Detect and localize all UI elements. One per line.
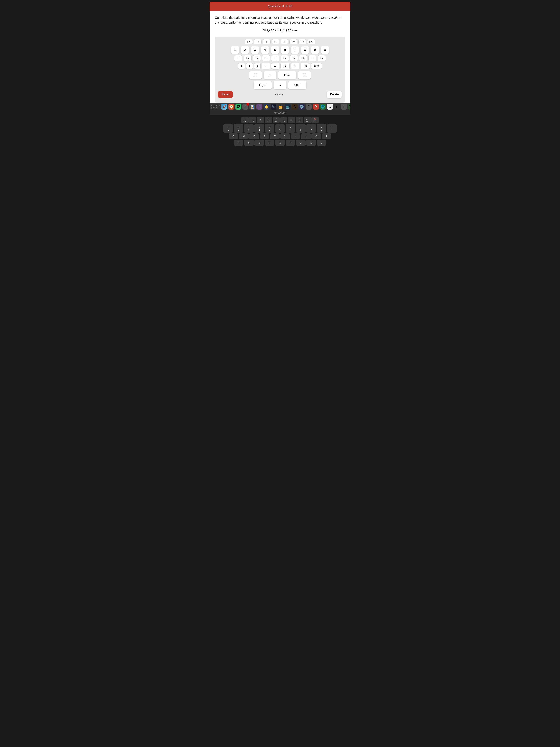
dock-p-icon[interactable]: P [313,104,319,110]
key-l[interactable]: L [317,140,326,146]
dock-w-icon[interactable]: W [348,104,350,110]
hydronium-btn[interactable]: H3O+ [254,81,272,89]
sub-3-btn[interactable]: □3 [253,55,261,61]
charge-1-plus-btn[interactable]: □+ [281,39,288,45]
num-6-btn[interactable]: 6 [281,46,289,54]
charge-3-plus-btn[interactable]: □3+ [298,39,306,45]
f3-key[interactable]: ⊞F3 [257,117,264,123]
charge-3-minus-btn[interactable]: □3- [254,39,262,45]
chlorine-btn[interactable]: Cl [273,81,287,89]
key-u[interactable]: U [291,133,300,139]
num-2-btn[interactable]: 2 [241,46,249,54]
dock-badge-icon[interactable]: 4 1 [242,104,248,110]
key-p[interactable]: P [322,133,331,139]
sub-5-btn[interactable]: □5 [271,55,279,61]
charge-4-plus-btn[interactable]: □4+ [307,39,315,45]
dock-safari-icon[interactable]: 🧭 [228,104,234,110]
gas-state-btn[interactable]: (g) [300,63,310,69]
num-0-btn[interactable]: 0 [321,46,329,54]
key-i[interactable]: I [301,133,311,139]
key-star[interactable]: *8 [296,124,305,133]
dock-launchpad-icon[interactable]: 🚀 [221,104,227,110]
f10-key[interactable]: 🔇F10 [312,117,319,123]
dock-chart-icon[interactable]: 📊 [249,104,256,110]
f9-key[interactable]: ⏭F9 [304,117,311,123]
charge-4-minus-btn[interactable]: □4- [245,39,253,45]
key-s[interactable]: S [244,140,254,146]
key-q[interactable]: Q [229,133,238,139]
key-at[interactable]: @2 [234,124,243,133]
open-paren-btn[interactable]: ( [246,62,253,69]
sub-7-btn[interactable]: □7 [290,55,298,61]
dock-arrow-icon[interactable]: ▶ [334,104,340,110]
key-t[interactable]: T [270,133,279,139]
num-4-btn[interactable]: 4 [261,46,269,54]
f4-key[interactable]: ⠿F4 [265,117,272,123]
key-dollar[interactable]: $4 [255,124,264,133]
dock-x-icon[interactable]: ✕ [341,104,347,110]
charge-2-minus-btn[interactable]: □2- [263,39,271,45]
key-k[interactable]: K [306,140,316,146]
dock-chrome-icon[interactable]: 🌐 [320,104,326,110]
sub-6-btn[interactable]: □6 [281,55,289,61]
sub-9-btn[interactable]: □9 [308,55,317,61]
f2-key[interactable]: ☀F2 [249,117,256,123]
num-9-btn[interactable]: 9 [311,46,319,54]
nitrogen-btn[interactable]: N [298,71,311,79]
key-r[interactable]: R [260,133,269,139]
key-f[interactable]: F [265,140,274,146]
dock-podcast-icon[interactable]: 📻 [277,104,284,110]
num-5-btn[interactable]: 5 [271,46,279,54]
key-o[interactable]: O [312,133,321,139]
num-1-btn[interactable]: 1 [231,46,239,54]
key-j[interactable]: J [296,140,305,146]
water-btn[interactable]: H2O [278,71,296,79]
dock-music2-icon[interactable]: 🎶 [271,104,276,110]
aqueous-state-btn[interactable]: (aq) [311,63,322,69]
sub-2-btn[interactable]: □2 [243,55,252,61]
num-8-btn[interactable]: 8 [300,46,310,54]
f6-key[interactable]: ⠿F6 [281,117,287,123]
key-percent[interactable]: %5 [265,124,274,133]
dock-photos-icon[interactable]: 🖼 [235,104,241,110]
key-d[interactable]: D [255,140,264,146]
dock-music-icon[interactable]: 🎵 [257,104,262,110]
dock-font-icon[interactable]: A [292,104,298,110]
key-g[interactable]: G [275,140,285,146]
equilibrium-btn[interactable]: ⇌ [271,62,279,70]
dock-question-icon[interactable]: ? [306,104,312,110]
key-rparen[interactable]: )0 [317,124,326,133]
f1-key[interactable]: ☀F1 [241,117,248,123]
close-paren-btn[interactable]: ) [254,62,261,69]
sub-0-btn[interactable]: □0 [318,55,326,61]
hydrogen-btn[interactable]: H [249,71,262,79]
delete-button[interactable]: Delete [327,91,342,98]
key-lparen[interactable]: (9 [306,124,316,133]
sub-8-btn[interactable]: □8 [299,55,307,61]
f8-key[interactable]: ⏸F8 [296,117,303,123]
key-e[interactable]: E [249,133,259,139]
oxygen-btn[interactable]: O [264,71,276,79]
key-hash[interactable]: #3 [244,124,254,133]
arrow-btn[interactable]: → [262,62,270,69]
dock-gear-icon[interactable]: ⚙️ [299,104,304,110]
num-3-btn[interactable]: 3 [250,46,260,54]
key-y[interactable]: Y [281,133,290,139]
charge-1-minus-btn[interactable]: □- [272,39,279,45]
dock-finder-icon[interactable]: 🗂 [327,104,333,110]
solid-state-btn[interactable]: (s) [281,63,290,69]
key-dash[interactable]: —- [327,124,337,133]
charge-2-plus-btn[interactable]: □2+ [289,39,297,45]
plus-btn[interactable]: + [238,62,245,69]
f5-key[interactable]: ⠿F5 [273,117,279,123]
hydroxide-btn[interactable]: OH- [288,81,306,89]
sub-1-btn[interactable]: □1 [234,55,242,61]
key-a[interactable]: A [234,140,243,146]
liquid-state-btn[interactable]: (l) [291,63,299,69]
dock-appletv-icon[interactable]: 📺 [285,104,291,110]
reset-button[interactable]: Reset [218,91,233,98]
num-7-btn[interactable]: 7 [291,46,299,54]
key-w[interactable]: W [239,133,248,139]
key-caret[interactable]: ^6 [275,124,285,133]
key-amp[interactable]: &7 [286,124,295,133]
